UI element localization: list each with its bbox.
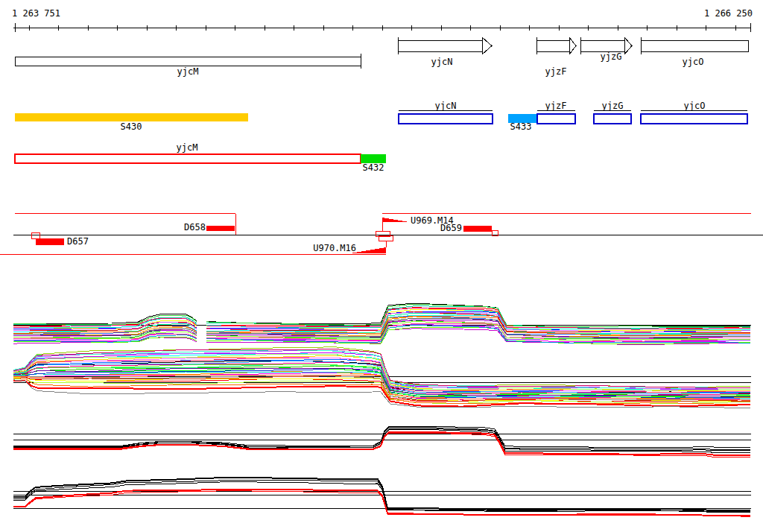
gene-body[interactable]: [580, 40, 624, 51]
gene-arrowhead: [624, 37, 632, 54]
segment-label: yjzG: [602, 101, 624, 111]
gene-track: yjcMyjcNyjzFyjzGyjcO: [15, 37, 748, 77]
gene-arrowhead: [482, 37, 492, 54]
cluster-3-black-red-plus-strand: [13, 426, 751, 457]
segment-label: S433: [510, 121, 532, 132]
transcript-track: yjcMS432: [15, 142, 386, 173]
gene-body[interactable]: [398, 40, 482, 51]
feature-label: U970.M16: [313, 243, 356, 253]
segment-label: S430: [121, 121, 142, 132]
D659-box[interactable]: [463, 226, 492, 232]
gene-label: yjzF: [545, 66, 567, 77]
gene-label: yjcN: [431, 57, 453, 67]
gene-body[interactable]: [536, 40, 569, 51]
segment-yjcM[interactable]: [15, 154, 361, 163]
segment-track: S430yjcNS433yjzFyjzGyjcO: [15, 101, 747, 132]
expression-profile-line: [13, 428, 750, 450]
coordinate-ruler: [13, 23, 751, 32]
gene-body[interactable]: [641, 40, 748, 51]
gene-label: yjcM: [177, 66, 199, 77]
feature-label: D657: [67, 236, 89, 247]
segment-yjzG[interactable]: [594, 114, 631, 124]
segment-yjcN[interactable]: [399, 114, 493, 124]
feature-signal-track: D657D658D659U969.M14U970.M16: [0, 213, 763, 254]
gene-label: yjzG: [601, 51, 622, 62]
segment-yjzF[interactable]: [537, 114, 575, 124]
segment-label: yjzF: [545, 101, 567, 111]
gene-yjzF[interactable]: [536, 37, 576, 54]
segment-yjcO[interactable]: [641, 114, 747, 124]
feature-label: U969.M14: [411, 215, 454, 226]
cluster-4-black-red-minus-strand: [13, 478, 751, 517]
gene-label: yjcO: [683, 57, 704, 67]
cluster-2-multicondition-antisense: [13, 347, 751, 408]
genome-browser-view: 1 263 751 1 266 250 yjcMyjcNyjzFyjzGyjcO…: [0, 0, 763, 532]
segment-label: yjcO: [684, 101, 706, 111]
D657-box[interactable]: [36, 238, 64, 245]
gene-yjcO[interactable]: [641, 37, 748, 54]
tracks-canvas: yjcMyjcNyjzFyjzGyjcOS430yjcNS433yjzFyjzG…: [0, 0, 763, 532]
gene-body[interactable]: [15, 57, 361, 66]
gene-yjcN[interactable]: [398, 37, 492, 54]
expression-clusters: [13, 303, 751, 516]
gene-arrowhead: [569, 37, 576, 54]
segment-label: S432: [363, 162, 384, 173]
U969-wedge: [382, 218, 409, 222]
D657-edge[interactable]: [31, 232, 39, 238]
segment-label: yjcM: [177, 142, 198, 153]
cluster-1-multicondition-top: [13, 303, 751, 345]
segment-label: yjcN: [435, 101, 457, 111]
D658-box[interactable]: [206, 226, 235, 231]
expression-profile-line: [13, 478, 750, 511]
segment-S430[interactable]: [15, 113, 248, 121]
feature-label: D658: [184, 222, 206, 232]
